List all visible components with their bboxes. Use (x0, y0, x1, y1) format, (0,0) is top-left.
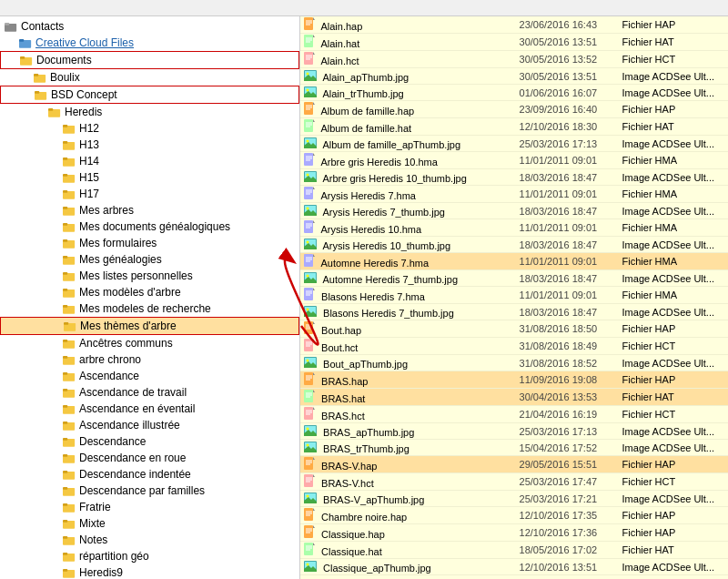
table-row[interactable]: Classique_apThumb.jpg 12/10/2016 13:51 I… (300, 559, 728, 575)
sidebar-item-mes-formulaires[interactable]: Mes formulaires (0, 235, 299, 251)
table-row[interactable]: Alain.hct 30/05/2016 13:52 Fichier HCT (300, 51, 728, 68)
sidebar-item-arbre-chrono[interactable]: arbre chrono (0, 351, 299, 368)
table-row[interactable]: BRAS.hct 21/04/2016 16:19 Fichier HCT (300, 406, 728, 423)
sidebar-item-label: Fratrie (79, 501, 111, 513)
table-row[interactable]: Alain.hat 30/05/2016 13:51 Fichier HAT (300, 34, 728, 51)
table-row[interactable]: Classique.hap 12/10/2016 17:36 Fichier H… (300, 524, 728, 542)
sidebar-item-fratrie[interactable]: Fratrie (0, 499, 299, 515)
sidebar-item-creative-cloud[interactable]: Creative Cloud Files (0, 35, 299, 51)
sidebar-item-descendance[interactable]: Descendance (0, 433, 299, 450)
file-type-cell: Image ACDSee Ult... (619, 136, 728, 152)
table-row[interactable]: Classique.hat 18/05/2016 17:02 Fichier H… (300, 542, 728, 559)
svg-rect-47 (63, 405, 67, 408)
sidebar-item-label: H17 (79, 188, 99, 200)
sidebar-item-documents[interactable]: Documents (0, 51, 299, 69)
sidebar-item-h14[interactable]: H14 (0, 153, 299, 169)
file-icon (304, 205, 317, 216)
file-icon (304, 119, 315, 132)
file-date: 31/08/2016 18:52 (520, 358, 598, 369)
sidebar-item-mes-modeles-recherche[interactable]: Mes modeles de recherche (0, 300, 299, 317)
sidebar-item-descendance-roue[interactable]: Descendance en roue (0, 450, 299, 466)
sidebar-item-ascendance[interactable]: Ascendance (0, 368, 299, 384)
file-date: 18/03/2016 18:47 (520, 307, 598, 318)
table-row[interactable]: Alain_apThumb.jpg 30/05/2016 13:51 Image… (300, 68, 728, 85)
table-row[interactable]: Blasons Heredis 7.hma 11/01/2011 09:01 F… (300, 287, 728, 304)
sidebar-item-label: Mes documents généalogiques (79, 220, 230, 233)
table-row[interactable]: Album de famille_apThumb.jpg 25/03/2016 … (300, 136, 728, 152)
table-row[interactable]: BRAS-V.hap 29/05/2016 15:51 Fichier HAP (300, 456, 728, 473)
file-name-cell: Album de famille.hap (300, 101, 516, 118)
table-row[interactable]: BRAS_apThumb.jpg 25/03/2016 17:13 Image … (300, 423, 728, 440)
sidebar-item-h12[interactable]: H12 (0, 120, 299, 137)
file-date: 12/10/2016 17:35 (520, 510, 598, 521)
table-row[interactable]: BRAS.hat 30/04/2016 13:53 Fichier HAT (300, 389, 728, 406)
sidebar-item-heredis9[interactable]: Heredis9 (0, 564, 299, 579)
table-row[interactable]: Bout.hct 31/08/2016 18:49 Fichier HCT (300, 338, 728, 355)
table-row[interactable]: Arysis Heredis 10.hma 11/01/2011 09:01 F… (300, 219, 728, 237)
table-row[interactable]: Bout_apThumb.jpg 31/08/2016 18:52 Image … (300, 355, 728, 371)
sidebar-item-h15[interactable]: H15 (0, 169, 299, 186)
sidebar-item-heredis[interactable]: Heredis (0, 104, 299, 120)
sidebar-item-mes-themes-arbre[interactable]: Mes thèmes d'arbre (0, 317, 299, 335)
sidebar-item-label: BSD Concept (51, 88, 117, 101)
sidebar-item-repartition-geo[interactable]: répartition géo (0, 548, 299, 564)
file-name: BRAS-V.hct (321, 478, 374, 489)
file-name: Automne Heredis 7.hma (320, 258, 429, 269)
file-type: Image ACDSee Ult... (622, 206, 715, 217)
table-row[interactable]: Chambre noire.hap 12/10/2016 17:35 Fichi… (300, 507, 728, 524)
sidebar-item-contacts[interactable]: Contacts (0, 18, 299, 35)
table-row[interactable]: Arysis Heredis 7_thumb.jpg 18/03/2016 18… (300, 203, 728, 219)
sidebar-item-ascendance-illustree[interactable]: Ascendance illustrée (0, 417, 299, 433)
sidebar-item-mes-docs-genea[interactable]: Mes documents généalogiques (0, 218, 299, 235)
folder-icon (62, 516, 76, 531)
sidebar-item-descendance-indentee[interactable]: Descendance indentée (0, 466, 299, 482)
sidebar-item-ascendance-travail[interactable]: Ascendance de travail (0, 384, 299, 401)
table-row[interactable]: BRAS.hap 11/09/2016 19:08 Fichier HAP (300, 371, 728, 389)
sidebar-item-mes-genealogies[interactable]: Mes généalogies (0, 251, 299, 268)
table-row[interactable]: Blasons Heredis 7_thumb.jpg 18/03/2016 1… (300, 304, 728, 320)
sidebar-item-notes[interactable]: Notes (0, 532, 299, 548)
file-name: Classique_apThumb.jpg (323, 563, 431, 574)
file-date-cell: 12/10/2016 17:36 (516, 524, 619, 542)
table-row[interactable]: Arysis Heredis 10_thumb.jpg 18/03/2016 1… (300, 237, 728, 253)
sidebar-item-mes-arbres[interactable]: Mes arbres (0, 202, 299, 218)
table-row[interactable]: Alain_trThumb.jpg 01/06/2016 16:07 Image… (300, 85, 728, 101)
table-row[interactable]: Album de famille.hat 12/10/2016 18:30 Fi… (300, 118, 728, 136)
sidebar-item-bsd-concept[interactable]: BSD Concept (0, 86, 299, 104)
table-row[interactable]: Arysis Heredis 7.hma 11/01/2011 09:01 Fi… (300, 186, 728, 203)
folder-icon (62, 285, 76, 300)
table-row[interactable]: Automne Heredis 7_thumb.jpg 18/03/2016 1… (300, 270, 728, 287)
sidebar-item-ascendance-eventail[interactable]: Ascendance en éventail (0, 401, 299, 417)
table-row[interactable]: BRAS-V_apThumb.jpg 25/03/2016 17:21 Imag… (300, 491, 728, 507)
sidebar-item-label: Contacts (21, 20, 64, 33)
folder-icon (18, 36, 33, 50)
sidebar-item-h13[interactable]: H13 (0, 137, 299, 153)
folder-icon (62, 434, 76, 449)
file-date: 18/03/2016 18:47 (520, 239, 598, 250)
file-type: Image ACDSee Ult... (622, 426, 715, 437)
sidebar-item-h17[interactable]: H17 (0, 186, 299, 202)
table-row[interactable]: Arbre gris Heredis 10.hma 11/01/2011 09:… (300, 152, 728, 169)
sidebar-item-mes-listes[interactable]: Mes listes personnelles (0, 268, 299, 284)
table-row[interactable]: Bout.hap 31/08/2016 18:50 Fichier HAP (300, 320, 728, 338)
sidebar-item-label: Mes arbres (79, 204, 134, 217)
file-name-cell: Alain.hap (300, 16, 516, 34)
sidebar-item-descendance-familles[interactable]: Descendance par familles (0, 482, 299, 499)
file-date-cell: 11/01/2011 09:01 (516, 186, 619, 203)
table-row[interactable]: Album de famille.hap 23/09/2016 16:40 Fi… (300, 101, 728, 118)
table-row[interactable]: Arbre gris Heredis 10_thumb.jpg 18/03/20… (300, 169, 728, 186)
sidebar-item-mes-modeles-arbre[interactable]: Mes modèles d'arbre (0, 284, 299, 300)
file-name-cell: Classique.hat (300, 542, 516, 559)
table-row[interactable]: BRAS_trThumb.jpg 15/04/2016 17:52 Image … (300, 440, 728, 456)
sidebar-item-mixte[interactable]: Mixte (0, 515, 299, 532)
file-date-cell: 12/10/2016 17:35 (516, 507, 619, 524)
table-row[interactable]: Automne Heredis 7.hma 11/01/2011 09:01 F… (300, 253, 728, 270)
svg-rect-33 (63, 289, 67, 291)
table-row[interactable]: BRAS-V.hct 25/03/2016 17:47 Fichier HCT (300, 473, 728, 491)
file-icon (304, 372, 315, 385)
sidebar-item-ancetres-communs[interactable]: Ancêtres communs (0, 335, 299, 351)
sidebar-item-boulix[interactable]: Boulix (0, 69, 299, 86)
file-type-cell: Image ACDSee Ult... (619, 304, 728, 320)
file-type-cell: Image ACDSee Ult... (619, 440, 728, 456)
table-row[interactable]: Alain.hap 23/06/2016 16:43 Fichier HAP (300, 16, 728, 34)
